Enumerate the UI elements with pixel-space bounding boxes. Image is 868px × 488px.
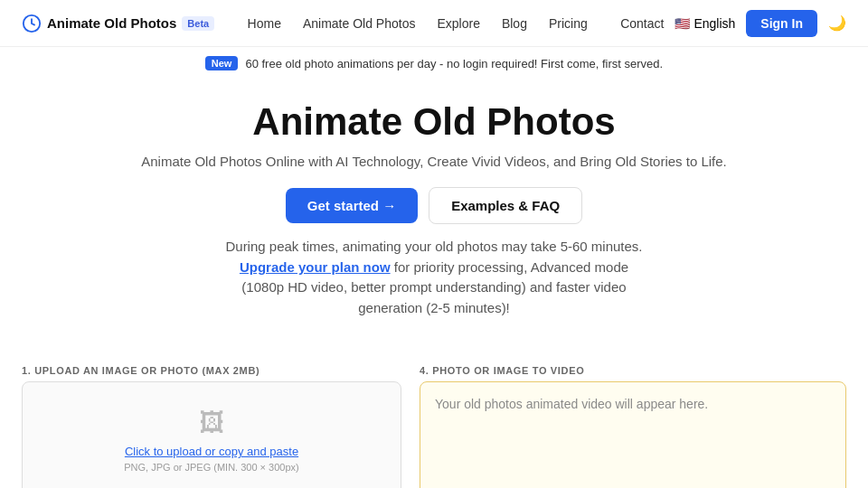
video-placeholder-text: Your old photos animated video will appe… (435, 397, 708, 411)
dark-mode-toggle[interactable]: 🌙 (828, 14, 846, 32)
main-content: 1. UPLOAD AN IMAGE OR PHOTO (MAX 2MB) 🖼 … (0, 351, 868, 488)
upload-hint: PNG, JPG or JPEG (MIN. 300 × 300px) (124, 462, 298, 473)
nav-blog[interactable]: Blog (502, 16, 527, 31)
upload-text: Click to upload or copy and paste (125, 445, 298, 458)
upload-icon: 🖼 (199, 408, 224, 437)
new-badge: New (205, 56, 239, 70)
click-upload-link[interactable]: Click to upload (125, 445, 202, 458)
main-nav: Home Animate Old Photos Explore Blog Pri… (248, 16, 588, 31)
upload-label: 1. UPLOAD AN IMAGE OR PHOTO (MAX 2MB) (22, 365, 401, 376)
upload-section: 1. UPLOAD AN IMAGE OR PHOTO (MAX 2MB) 🖼 … (22, 365, 401, 488)
upload-dropzone[interactable]: 🖼 Click to upload or copy and paste PNG,… (22, 381, 401, 488)
nav-home[interactable]: Home (248, 16, 281, 31)
hero-buttons: Get started → Examples & FAQ (18, 187, 850, 224)
video-section-label: 4. PHOTO OR IMAGE TO VIDEO (420, 365, 846, 376)
hero-title: Animate Old Photos (18, 101, 850, 143)
announcement-bar: New 60 free old photo animations per day… (0, 47, 868, 80)
nav-explore[interactable]: Explore (437, 16, 479, 31)
announcement-text: 60 free old photo animations per day - n… (245, 57, 663, 70)
logo-text: Animate Old Photos (47, 15, 176, 31)
peak-notice-text: During peak times, animating your old ph… (225, 239, 642, 254)
video-panel: Your old photos animated video will appe… (420, 381, 846, 488)
nav-animate[interactable]: Animate Old Photos (303, 16, 416, 31)
or-text: or copy and paste (202, 445, 298, 458)
contact-link[interactable]: Contact (620, 16, 664, 31)
lang-label: English (693, 16, 735, 31)
peak-notice: During peak times, animating your old ph… (217, 237, 651, 318)
sign-in-button[interactable]: Sign In (746, 10, 817, 37)
examples-button[interactable]: Examples & FAQ (429, 187, 582, 224)
logo-icon (22, 14, 42, 33)
hero-subtitle: Animate Old Photos Online with AI Techno… (18, 154, 850, 169)
left-panel: 1. UPLOAD AN IMAGE OR PHOTO (MAX 2MB) 🖼 … (22, 365, 401, 488)
get-started-button[interactable]: Get started → (286, 188, 418, 223)
right-panel: 4. PHOTO OR IMAGE TO VIDEO Your old phot… (420, 365, 846, 488)
beta-badge: Beta (182, 16, 214, 31)
header-right: Contact 🇺🇸 English Sign In 🌙 (620, 10, 846, 37)
hero-section: Animate Old Photos Animate Old Photos On… (0, 80, 868, 351)
nav-pricing[interactable]: Pricing (549, 16, 588, 31)
flag-icon: 🇺🇸 (675, 16, 690, 31)
logo: Animate Old Photos Beta (22, 14, 214, 33)
language-button[interactable]: 🇺🇸 English (675, 16, 735, 31)
header: Animate Old Photos Beta Home Animate Old… (0, 0, 868, 47)
upgrade-link[interactable]: Upgrade your plan now (240, 259, 391, 275)
